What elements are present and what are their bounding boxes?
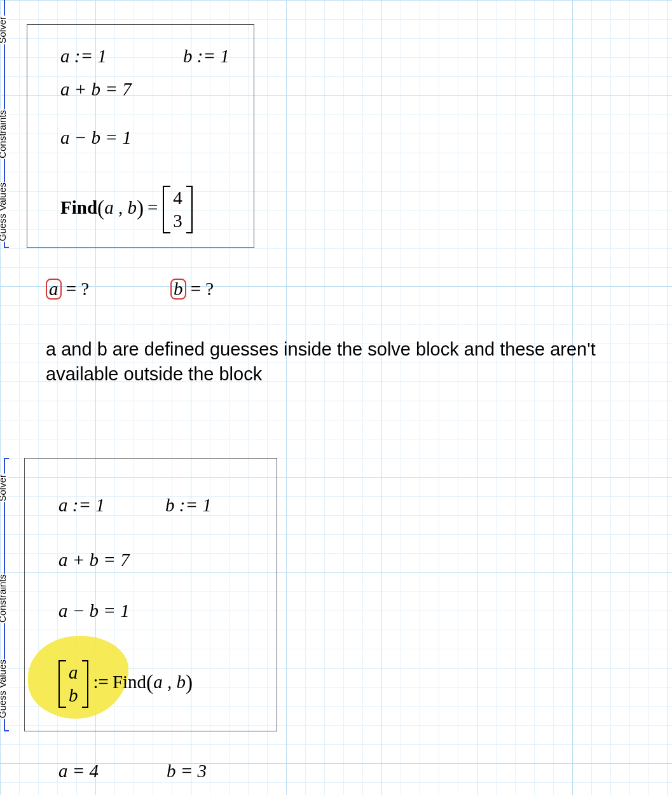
eval-b-result[interactable]: b = 3: [167, 761, 207, 782]
rail2-label-constraints: Constraints: [0, 574, 8, 623]
guess-b-2[interactable]: b := 1: [165, 495, 212, 516]
assign-find-2[interactable]: ab :=Find(a , b): [57, 660, 193, 708]
rail2-label-solver: Solver: [0, 474, 8, 502]
solver-rail-1: Guess Values Constraints Solver: [0, 0, 18, 248]
guess-a-1[interactable]: a := 1: [60, 46, 107, 67]
constraint-1b[interactable]: a − b = 1: [60, 127, 132, 148]
find-function-2: Find: [113, 672, 146, 692]
constraint-2a[interactable]: a + b = 7: [58, 550, 130, 570]
constraint-1a[interactable]: a + b = 7: [60, 79, 132, 100]
error-highlight-a: a: [46, 279, 62, 300]
eval-b-error[interactable]: b = ?: [170, 279, 214, 300]
guess-a-2[interactable]: a := 1: [58, 495, 105, 516]
constraint-2b[interactable]: a − b = 1: [58, 600, 130, 621]
assign-vector: ab: [58, 660, 88, 708]
rail-label-constraints: Constraints: [0, 109, 8, 159]
rail-label-solver: Solver: [0, 16, 8, 45]
explanation-text: a and b are defined guesses inside the s…: [46, 337, 662, 387]
eval-a-result[interactable]: a = 4: [58, 761, 99, 782]
result-vector: 43: [163, 186, 193, 233]
find-function: Find: [60, 197, 97, 218]
guess-b-1[interactable]: b := 1: [183, 46, 230, 67]
find-result-1[interactable]: Find(a , b)= 43: [60, 186, 194, 233]
rail-label-guesses: Guess Values: [0, 182, 8, 242]
solver-rail-2: Guess Values Constraints Solver: [0, 458, 18, 731]
eval-a-error[interactable]: a = ?: [46, 279, 89, 300]
rail2-label-guesses: Guess Values: [0, 659, 8, 719]
error-highlight-b: b: [170, 279, 186, 300]
